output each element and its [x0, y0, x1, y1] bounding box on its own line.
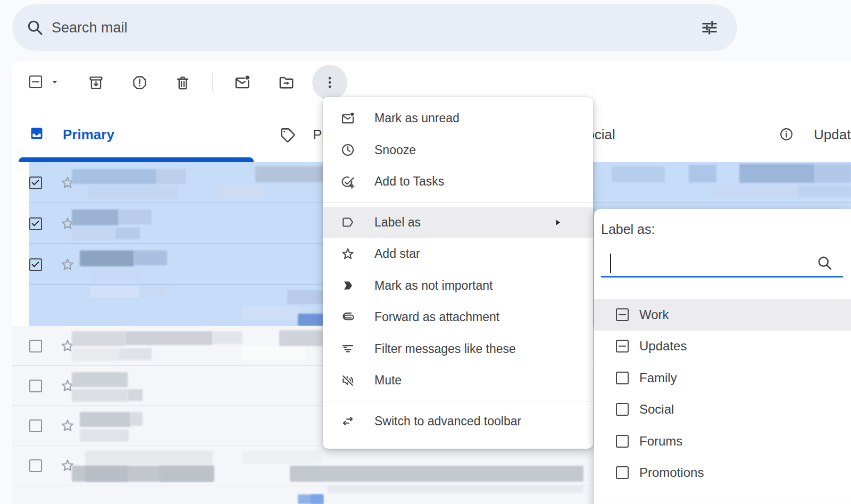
- menu-item-add-to-tasks[interactable]: Add to Tasks: [323, 166, 593, 198]
- label-checkbox[interactable]: [616, 340, 629, 352]
- redacted-text: [798, 186, 851, 197]
- redacted-text: [311, 494, 323, 504]
- redacted-text: [72, 348, 119, 361]
- archive-button[interactable]: [83, 70, 109, 95]
- search-icon[interactable]: [26, 19, 44, 37]
- tune-icon[interactable]: [700, 18, 719, 37]
- label-as-submenu: Label as: Work Updates F: [594, 209, 851, 504]
- redacted-text: [217, 186, 266, 198]
- toolbar-divider: [212, 73, 213, 92]
- report-spam-button[interactable]: [127, 70, 152, 95]
- redacted-text: [157, 169, 186, 184]
- text-cursor: [610, 254, 611, 273]
- menu-item-forward-as-attachment[interactable]: Forward as attachment: [323, 301, 593, 333]
- label-icon: [340, 215, 355, 230]
- redacted-text: [612, 166, 665, 182]
- search-icon: [816, 255, 833, 272]
- redacted-text: [290, 466, 583, 482]
- redacted-text: [72, 209, 119, 225]
- tab-primary-label: Primary: [63, 127, 114, 143]
- redacted-text: [85, 466, 128, 482]
- redacted-text: [128, 389, 143, 401]
- label-checkbox[interactable]: [616, 403, 629, 416]
- star-icon[interactable]: [60, 257, 76, 273]
- redacted-text: [255, 166, 323, 182]
- snooze-icon: [340, 142, 355, 157]
- label-option-updates[interactable]: Updates: [594, 331, 851, 363]
- row-checkbox[interactable]: [29, 419, 42, 432]
- redacted-text: [80, 250, 134, 266]
- label-option-family[interactable]: Family: [594, 362, 851, 394]
- submenu-arrow-icon: [553, 218, 562, 227]
- label-checkbox[interactable]: [616, 435, 629, 448]
- redacted-text: [80, 429, 129, 442]
- row-checkbox[interactable]: [29, 340, 42, 352]
- redacted-text: [119, 209, 152, 224]
- redacted-text: [139, 286, 167, 297]
- switch-icon: [340, 414, 355, 429]
- redacted-text: [739, 164, 815, 183]
- not-important-icon: [340, 278, 355, 293]
- menu-item-switch-toolbar[interactable]: Switch to advanced toolbar: [323, 406, 593, 438]
- mark-unread-button[interactable]: [229, 70, 255, 95]
- input-underline: [601, 276, 843, 278]
- label-search-field[interactable]: [601, 251, 843, 275]
- menu-item-mark-as-unread[interactable]: Mark as unread: [323, 103, 593, 135]
- label-option-promotions[interactable]: Promotions: [594, 457, 851, 489]
- menu-item-mute[interactable]: Mute: [323, 365, 593, 397]
- redacted-text: [131, 412, 143, 426]
- label-checkbox[interactable]: [616, 466, 629, 479]
- row-checkbox[interactable]: [29, 459, 42, 472]
- redacted-text: [72, 389, 128, 402]
- chevron-down-icon[interactable]: [49, 77, 60, 87]
- row-checkbox[interactable]: [29, 177, 42, 189]
- redacted-text: [88, 186, 178, 199]
- redacted-text: [85, 451, 213, 465]
- more-options-button[interactable]: [312, 65, 347, 100]
- redacted-text: [93, 268, 140, 281]
- redacted-text: [160, 466, 213, 482]
- label-option-social[interactable]: Social: [594, 394, 851, 426]
- delete-button[interactable]: [170, 70, 195, 95]
- label-checkbox[interactable]: [616, 308, 629, 321]
- tab-updates-label[interactable]: Updates: [814, 127, 851, 143]
- redacted-text: [298, 314, 323, 326]
- select-all-checkbox[interactable]: [29, 75, 42, 88]
- search-input[interactable]: [51, 19, 700, 37]
- mark-unread-icon: [340, 111, 355, 126]
- redacted-text: [287, 290, 323, 304]
- redacted-text: [72, 372, 128, 387]
- menu-item-label-as[interactable]: Label as: [323, 207, 593, 239]
- tab-primary[interactable]: Primary: [19, 106, 254, 162]
- tab-selected-underline: [19, 157, 254, 162]
- redacted-text: [242, 306, 301, 319]
- redacted-text: [119, 348, 152, 360]
- redacted-text: [72, 331, 125, 346]
- menu-item-snooze[interactable]: Snooze: [323, 135, 593, 166]
- move-to-button[interactable]: [273, 70, 299, 95]
- star-icon[interactable]: [60, 418, 76, 434]
- redacted-text: [242, 346, 306, 360]
- select-all-button[interactable]: [29, 75, 60, 88]
- row-checkbox[interactable]: [29, 380, 42, 392]
- redacted-text: [279, 330, 323, 346]
- add-to-tasks-icon: [340, 174, 355, 189]
- label-search-input[interactable]: [601, 251, 808, 273]
- mute-icon: [340, 373, 355, 388]
- redacted-text: [72, 228, 115, 240]
- star-icon: [340, 247, 355, 262]
- redacted-text: [815, 164, 851, 183]
- menu-item-add-star[interactable]: Add star: [323, 238, 593, 270]
- redacted-text: [213, 331, 243, 344]
- label-checkbox[interactable]: [616, 372, 629, 384]
- label-option-work[interactable]: Work: [594, 299, 851, 331]
- menu-item-mark-not-important[interactable]: Mark as not important: [323, 270, 593, 302]
- redacted-text: [90, 286, 139, 298]
- row-checkbox[interactable]: [29, 258, 42, 271]
- label-options-list: Work Updates Family Social Forums Promot…: [594, 299, 851, 489]
- redacted-text: [80, 412, 131, 427]
- label-option-forums[interactable]: Forums: [594, 425, 851, 457]
- row-checkbox[interactable]: [29, 217, 42, 230]
- info-icon[interactable]: [779, 127, 794, 142]
- menu-item-filter-messages[interactable]: Filter messages like these: [323, 333, 593, 365]
